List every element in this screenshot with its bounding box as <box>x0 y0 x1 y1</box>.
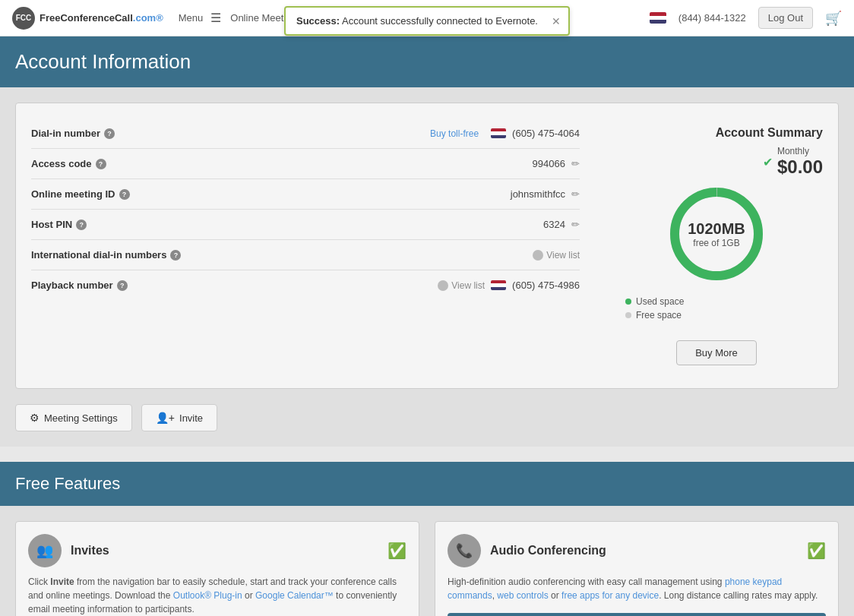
meeting-id-label: Online meeting ID ? <box>31 188 183 200</box>
logo[interactable]: FCC FreeConferenceCall.com® <box>12 7 163 30</box>
free-features-header: Free Features <box>0 462 854 506</box>
host-pin-number: 6324 <box>543 219 565 230</box>
account-fields: Dial-in number ? Buy toll-free (605) 475… <box>31 118 580 373</box>
success-message: Account successfully connected to Everno… <box>342 15 538 27</box>
us-flag-icon-2 <box>491 280 506 290</box>
invites-header: 👥 Invites ✅ <box>28 534 406 567</box>
dial-in-label: Dial-in number ? <box>31 128 183 139</box>
host-pin-value: 6324 ✏ <box>543 219 580 230</box>
host-pin-label: Host PIN ? <box>31 219 183 230</box>
account-summary-title: Account Summary <box>716 126 823 139</box>
us-flag-icon <box>491 128 506 138</box>
settings-label: Meeting Settings <box>44 412 118 424</box>
features-grid: 👥 Invites ✅ Click Invite from the naviga… <box>0 506 854 616</box>
access-code-help-icon[interactable]: ? <box>96 159 106 169</box>
main-content: Dial-in number ? Buy toll-free (605) 475… <box>0 87 854 447</box>
free-features-title: Free Features <box>15 474 839 494</box>
outlook-plugin-link[interactable]: Outlook® Plug-in <box>173 590 242 601</box>
account-summary: Account Summary ✔ Monthly $0.00 <box>610 118 823 373</box>
access-code-row: Access code ? 994066 ✏ <box>31 149 580 179</box>
storage-donut: 1020MB free of 1GB <box>663 181 770 287</box>
dial-in-help-icon[interactable]: ? <box>104 128 115 139</box>
free-dot <box>625 312 631 318</box>
google-calendar-link[interactable]: Google Calendar™ <box>255 590 334 601</box>
navbar: FCC FreeConferenceCall.com® Menu ☰ Onlin… <box>0 0 854 36</box>
free-apps-link[interactable]: free apps for any device <box>561 590 659 601</box>
globe-icon <box>533 250 543 261</box>
close-banner-button[interactable]: ✕ <box>552 15 561 27</box>
hamburger-icon: ☰ <box>210 11 221 25</box>
playback-number: (605) 475-4986 <box>512 280 580 291</box>
check-icon: ✔ <box>763 155 773 169</box>
playback-label: Playback number ? <box>31 280 183 291</box>
web-controls-link[interactable]: web controls <box>497 590 548 601</box>
access-code-edit-icon[interactable]: ✏ <box>571 158 580 169</box>
legend-used-label: Used space <box>636 296 684 307</box>
globe-icon-2 <box>438 280 448 291</box>
meeting-id-edit-icon[interactable]: ✏ <box>571 188 580 200</box>
dial-in-value: Buy toll-free (605) 475-4064 <box>430 128 580 139</box>
buy-more-button[interactable]: Buy More <box>676 340 757 365</box>
audio-description: High-definition audio conferencing with … <box>448 575 826 602</box>
playback-row: Playback number ? View list (605) 475-49… <box>31 270 580 300</box>
donut-legend: Used space Free space <box>625 296 684 321</box>
navbar-right: (844) 844-1322 Log Out 🛒 <box>650 7 842 29</box>
access-code-label: Access code ? <box>31 158 183 169</box>
logo-circle: FCC <box>12 7 35 30</box>
invites-feature-card: 👥 Invites ✅ Click Invite from the naviga… <box>15 521 419 616</box>
storage-sub: free of 1GB <box>688 238 745 248</box>
intl-dialin-label: International dial-in numbers ? <box>31 249 183 261</box>
host-pin-edit-icon[interactable]: ✏ <box>571 219 580 230</box>
audio-header: 📞 Audio Conferencing ✅ <box>448 534 826 567</box>
host-pin-help-icon[interactable]: ? <box>76 220 87 230</box>
intl-dialin-help-icon[interactable]: ? <box>170 250 181 261</box>
invite-label: Invite <box>179 412 203 424</box>
user-plus-icon: 👤+ <box>156 412 175 424</box>
intl-view-list-link[interactable]: View list <box>533 250 580 261</box>
audio-icon: 📞 <box>448 534 481 567</box>
invites-description: Click Invite from the navigation bar to … <box>28 575 406 616</box>
invites-icon: 👥 <box>28 534 62 567</box>
dial-in-row: Dial-in number ? Buy toll-free (605) 475… <box>31 118 580 149</box>
menu-button[interactable]: Menu ☰ <box>179 11 222 25</box>
donut-label: 1020MB free of 1GB <box>688 220 745 248</box>
storage-used-value: 1020MB <box>688 220 745 238</box>
buy-toll-free-link[interactable]: Buy toll-free <box>430 128 479 139</box>
meeting-id-value: johnsmithfcc ✏ <box>511 188 580 200</box>
invite-button[interactable]: 👤+ Invite <box>141 404 217 431</box>
playback-value: View list (605) 475-4986 <box>438 280 580 291</box>
audio-feature-card: 📞 Audio Conferencing ✅ High-definition a… <box>435 521 839 616</box>
audio-title: Audio Conferencing <box>490 544 606 558</box>
menu-label: Menu <box>179 12 204 24</box>
invites-title: Invites <box>71 544 109 558</box>
gear-icon: ⚙ <box>30 412 40 424</box>
view-instructions-button[interactable]: View Instructions <box>448 613 826 616</box>
legend-free-label: Free space <box>636 310 682 321</box>
access-code-number: 994066 <box>533 158 565 169</box>
host-pin-row: Host PIN ? 6324 ✏ <box>31 210 580 240</box>
used-dot <box>625 299 631 305</box>
playback-help-icon[interactable]: ? <box>117 280 128 291</box>
price-amount: $0.00 <box>777 156 823 178</box>
legend-used: Used space <box>625 296 684 307</box>
playback-view-list-link[interactable]: View list <box>438 280 485 291</box>
success-label: Success: <box>296 15 340 27</box>
meeting-id-row: Online meeting ID ? johnsmithfcc ✏ <box>31 179 580 210</box>
meeting-id-help-icon[interactable]: ? <box>119 189 130 200</box>
success-banner: Success: Account successfully connected … <box>284 6 570 36</box>
meeting-id-text: johnsmithfcc <box>511 188 565 200</box>
phone-number: (844) 844-1322 <box>678 12 746 24</box>
cart-icon[interactable]: 🛒 <box>825 10 842 27</box>
account-info-card: Dial-in number ? Buy toll-free (605) 475… <box>15 103 839 389</box>
access-code-value: 994066 ✏ <box>533 158 580 169</box>
meeting-settings-button[interactable]: ⚙ Meeting Settings <box>15 404 132 431</box>
intl-dialin-row: International dial-in numbers ? View lis… <box>31 240 580 270</box>
page-header: Account Information <box>0 36 854 87</box>
action-buttons: ⚙ Meeting Settings 👤+ Invite <box>15 404 839 431</box>
monthly-label: Monthly <box>777 146 823 156</box>
logo-text: FreeConferenceCall.com® <box>40 12 163 24</box>
logout-button[interactable]: Log Out <box>758 7 813 29</box>
invites-check-icon: ✅ <box>387 542 406 560</box>
flag-icon <box>650 12 666 24</box>
page-title: Account Information <box>15 50 839 74</box>
